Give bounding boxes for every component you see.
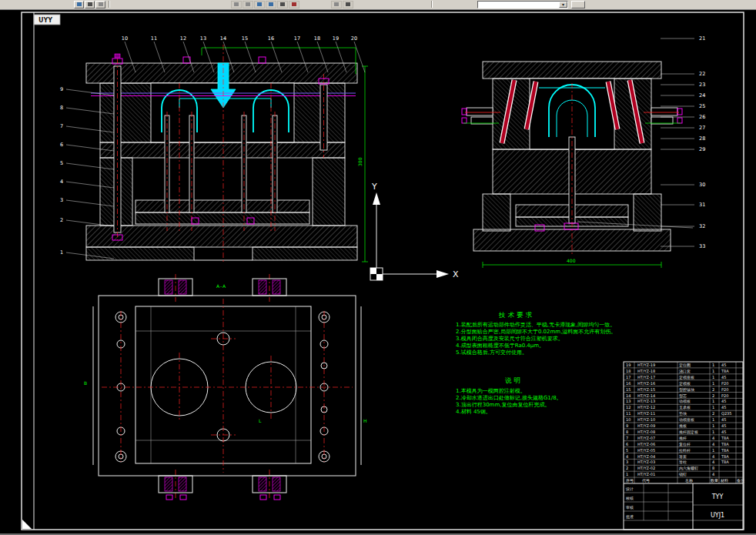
parts-row-no: 10: [626, 417, 631, 422]
parts-row-name: 动模板: [679, 399, 691, 403]
parts-row-name: 拉料杆: [679, 448, 691, 453]
layers-button[interactable]: [277, 1, 288, 8]
part-balloon: 28: [699, 135, 705, 142]
undo-button[interactable]: [254, 1, 265, 8]
parts-row-mat: 45: [721, 363, 726, 367]
parts-row-mat: 45: [721, 430, 726, 434]
parts-row-no: 7: [626, 436, 628, 440]
parts-row-code: HT/YZ-10: [637, 417, 655, 422]
part-balloon: 19: [333, 35, 339, 42]
linetype-icon: [334, 2, 339, 6]
part-balloon: 15: [242, 35, 248, 42]
print-icon: [99, 2, 103, 6]
desc-line: 2.冷却水道进出口处做标记,接头规格G1/8。: [456, 395, 562, 401]
parts-row-name: 动模座板: [679, 417, 694, 422]
part-balloon: 32: [699, 223, 705, 229]
cad-window: ▾ UYY: [0, 0, 756, 535]
zoom-icon: [234, 2, 239, 6]
part-balloon: 20: [351, 35, 357, 42]
drawing-canvas[interactable]: UYY: [0, 0, 756, 535]
lineweight-button[interactable]: [343, 1, 353, 8]
part-balloon: 21: [699, 35, 705, 42]
open-button[interactable]: [74, 1, 84, 8]
part-balloon: 12: [180, 35, 186, 42]
parts-row-no: 12: [626, 405, 631, 410]
linetype-button[interactable]: [331, 1, 342, 8]
parts-row-code: HT/YZ-15: [637, 387, 655, 392]
ucs-icon: Y X: [370, 182, 459, 280]
parts-row-mat: T8A: [721, 448, 729, 453]
parts-row-qty: 1: [712, 417, 714, 422]
parts-row-mat: T8A: [721, 460, 729, 464]
print-button[interactable]: [95, 1, 105, 8]
guide-pillar: [114, 66, 121, 232]
parts-row-qty: 1: [712, 399, 714, 403]
ejector-pin: [242, 115, 246, 212]
parts-row-qty: 4: [712, 436, 714, 440]
plan-view: A-A B L H: [84, 274, 367, 500]
zoom-button[interactable]: [231, 1, 242, 8]
toolbar-button[interactable]: [571, 1, 585, 8]
datum-label-l: L: [259, 418, 262, 423]
parts-row-qty: 4: [712, 454, 714, 459]
redo-button[interactable]: [266, 1, 276, 8]
parts-row-no: 3: [626, 460, 628, 464]
toolbar: ▾: [0, 0, 756, 10]
parts-row-no: 4: [626, 454, 628, 459]
pan-button[interactable]: [243, 1, 253, 8]
tech-line: 4.成型表面粗糙度不低于Ra0.4μm。: [456, 343, 544, 349]
parts-row-mat: 45: [721, 405, 726, 410]
parts-header: 序号: [626, 478, 634, 483]
parts-row-code: HT/YZ-16: [637, 381, 655, 386]
parts-row-name: 型腔镶块: [679, 387, 695, 393]
drawing-number: UYJ1: [711, 512, 724, 519]
part-balloon: 31: [699, 202, 705, 208]
dimension-label: 400: [567, 258, 576, 263]
parts-row-code: HT/YZ-01: [637, 472, 655, 476]
parts-row-name: 定模板: [679, 381, 691, 386]
part-balloon: 11: [151, 35, 157, 42]
parts-row-qty: 1: [712, 363, 714, 367]
parts-row-code: HT/YZ-08: [637, 430, 655, 434]
part-balloon: 33: [699, 243, 705, 249]
part-balloon: 29: [699, 146, 705, 152]
parts-row-name: 垫块: [679, 411, 687, 416]
parts-header: 备注: [737, 478, 744, 483]
parts-row-code: HT/YZ-05: [637, 448, 655, 453]
chevron-down-icon[interactable]: ▾: [559, 2, 567, 8]
parts-row-mat: 45: [721, 423, 726, 428]
properties-icon: [292, 2, 296, 6]
parts-row-qty: 4: [712, 460, 714, 464]
parts-row-no: 15: [626, 387, 631, 392]
tech-requirements-title: 技术要求: [498, 311, 534, 319]
parts-row-mat: T8A: [721, 442, 729, 446]
save-button[interactable]: [85, 1, 95, 8]
parts-row-name: 推杆: [679, 436, 687, 440]
part-balloon: 14: [220, 35, 226, 42]
parts-row-code: HT/YZ-19: [637, 363, 655, 367]
parts-row-qty: 1: [712, 369, 714, 373]
tech-line: 1.装配后所有运动部件动作灵活、平稳,无卡滞现象,间隙均匀一致。: [456, 322, 615, 328]
parts-row-name: 推杆固定板: [679, 430, 698, 435]
properties-button[interactable]: [289, 1, 299, 8]
parts-header: 名称: [685, 478, 693, 483]
side-section-view: 400: [462, 62, 693, 268]
part-balloon: 25: [699, 103, 705, 109]
title-block: 19HT/YZ-19定位圈14518HT/YZ-18浇口套1T8A17HT/YZ…: [624, 362, 744, 530]
layer-combo[interactable]: ▾: [477, 1, 568, 8]
save-icon: [88, 2, 92, 6]
screw: [259, 57, 266, 63]
datum-label-h: H: [363, 418, 367, 423]
part-balloon: 30: [699, 182, 705, 188]
parts-row-no: 6: [626, 442, 628, 446]
part-balloon: 5: [60, 160, 63, 166]
parts-row-name: 导套: [679, 454, 687, 459]
description-title: 说明: [505, 376, 523, 384]
part-balloon: 17: [294, 35, 300, 42]
pan-icon: [246, 2, 250, 6]
parts-row-mat: 45: [721, 399, 726, 403]
part-balloon: 22: [699, 71, 705, 77]
part-balloon: 6: [60, 142, 63, 148]
parts-row-name: 浇口套: [679, 369, 691, 374]
section-label: A-A: [216, 283, 226, 289]
